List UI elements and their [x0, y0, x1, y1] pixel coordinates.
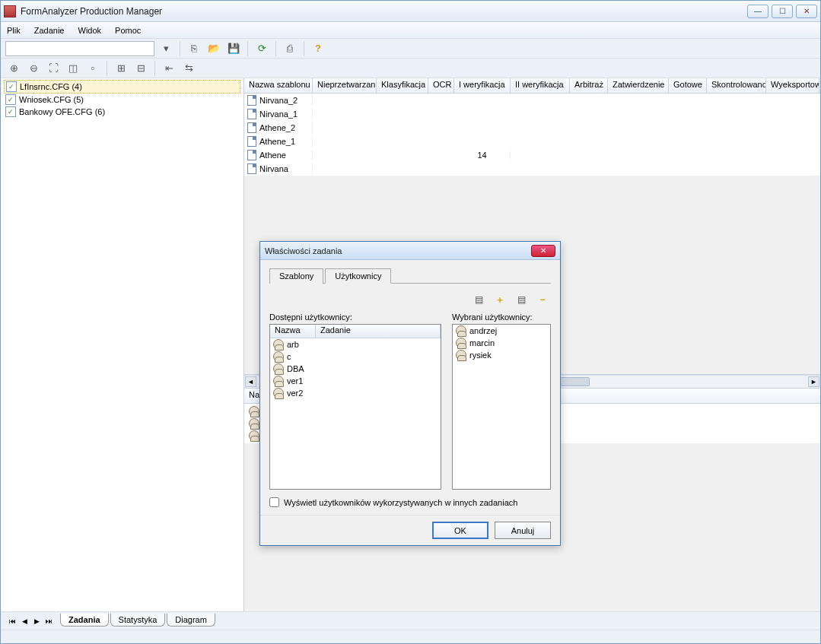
- user-name: DBA: [287, 364, 304, 373]
- scroll-right-button[interactable]: ►: [808, 376, 819, 387]
- list-item[interactable]: ver2: [270, 387, 441, 399]
- check-icon: ✓: [5, 94, 16, 105]
- column-header[interactable]: Nazwa szablonu: [244, 78, 313, 93]
- zoom-in-icon[interactable]: ⊕: [5, 60, 22, 77]
- show-used-checkbox[interactable]: [269, 497, 279, 507]
- user-icon: [456, 338, 466, 348]
- tab-stats[interactable]: Statystyka: [110, 614, 166, 627]
- dialog-close-button[interactable]: ✕: [531, 245, 555, 257]
- help-icon[interactable]: ?: [310, 40, 326, 57]
- list-item[interactable]: c: [270, 351, 441, 363]
- close-button[interactable]: ✕: [796, 5, 817, 18]
- list-item[interactable]: DBA: [270, 363, 441, 375]
- refresh-icon[interactable]: ⟳: [253, 40, 270, 57]
- distribute-icon[interactable]: ⇆: [180, 60, 197, 77]
- grid-body: Nirvana_2Nirvana_1Athene_2Athene_1Athene…: [244, 94, 820, 176]
- table-row[interactable]: Athene_2: [244, 121, 820, 135]
- tree-expand-icon[interactable]: ⊞: [113, 60, 129, 77]
- table-row[interactable]: Nirvana_2: [244, 94, 820, 107]
- user-icon: [249, 418, 259, 429]
- column-header[interactable]: Zatwierdzenie: [608, 78, 669, 93]
- menu-task[interactable]: Zadanie: [34, 26, 65, 35]
- col-name[interactable]: Nazwa: [270, 325, 316, 338]
- tree-item[interactable]: ✓Wniosek.CFG (5): [4, 94, 240, 106]
- minimize-button[interactable]: —: [747, 5, 768, 18]
- copy-icon[interactable]: ⎘: [186, 40, 202, 57]
- search-input[interactable]: [5, 41, 154, 56]
- table-row[interactable]: Athene_1: [244, 135, 820, 148]
- menubar: Plik Zadanie Widok Pomoc: [1, 22, 820, 39]
- column-header[interactable]: Wyeksportow: [766, 78, 819, 93]
- user-name: c: [287, 352, 291, 361]
- print-icon[interactable]: ⎙: [282, 40, 298, 57]
- column-header[interactable]: Klasyfikacja: [377, 78, 428, 93]
- app-title: FormAnalyzer Production Manager: [21, 6, 747, 17]
- selected-users-list[interactable]: andrzejmarcinrysiek: [452, 324, 551, 490]
- menu-view[interactable]: Widok: [78, 26, 102, 35]
- document-icon: [247, 95, 256, 106]
- tab-templates[interactable]: Szablony: [269, 268, 323, 284]
- column-header[interactable]: Nieprzetwarzane: [313, 78, 377, 93]
- ok-button[interactable]: OK: [432, 522, 488, 539]
- config-tree: ✓LfInsrnc.CFG (4)✓Wniosek.CFG (5)✓Bankow…: [1, 78, 243, 611]
- tree-item-label: LfInsrnc.CFG (4): [20, 82, 82, 91]
- user-name: rysiek: [469, 351, 492, 360]
- table-row[interactable]: Nirvana: [244, 162, 820, 176]
- document-icon: [247, 122, 256, 133]
- column-header[interactable]: Arbitraż: [570, 78, 608, 93]
- zoom-out-icon[interactable]: ⊖: [25, 60, 42, 77]
- dialog-toolbar: ▤ ＋ ▤ −: [269, 291, 551, 308]
- scroll-left-button[interactable]: ◄: [245, 376, 256, 387]
- align-icon[interactable]: ⇤: [161, 60, 177, 77]
- move-left-icon[interactable]: ▤: [513, 291, 530, 308]
- template-name: Athene_2: [259, 123, 295, 132]
- cancel-button[interactable]: Anuluj: [495, 522, 551, 539]
- tree-collapse-icon[interactable]: ⊟: [132, 60, 149, 77]
- list-item[interactable]: andrzej: [453, 325, 550, 337]
- fit-icon[interactable]: ⛶: [45, 60, 62, 77]
- tree-item-label: Bankowy OFE.CFG (6): [19, 107, 105, 116]
- sidebar: ✓LfInsrnc.CFG (4)✓Wniosek.CFG (5)✓Bankow…: [1, 78, 244, 611]
- nav-first-button[interactable]: ⏮: [7, 616, 18, 627]
- column-header[interactable]: Skontrolowano: [707, 78, 766, 93]
- list-item[interactable]: ver1: [270, 375, 441, 387]
- save-icon[interactable]: 💾: [225, 40, 242, 57]
- available-users-list[interactable]: Nazwa Zadanie arbcDBAver1ver2: [269, 324, 441, 490]
- nav-last-button[interactable]: ⏭: [43, 616, 54, 627]
- nav-prev-button[interactable]: ◀: [19, 616, 30, 627]
- column-header[interactable]: OCR: [428, 78, 454, 93]
- column-header[interactable]: II weryfikacja: [511, 78, 570, 93]
- list-item[interactable]: rysiek: [453, 349, 550, 361]
- column-header[interactable]: I weryfikacja: [454, 78, 511, 93]
- add-icon[interactable]: ＋: [492, 291, 508, 308]
- tree-item[interactable]: ✓LfInsrnc.CFG (4): [4, 80, 240, 94]
- main-window: FormAnalyzer Production Manager — ☐ ✕ Pl…: [0, 0, 821, 644]
- dropdown-button[interactable]: ▾: [158, 40, 174, 57]
- user-icon: [273, 339, 284, 350]
- nav-next-button[interactable]: ▶: [31, 616, 42, 627]
- user-icon: [249, 406, 259, 417]
- list-item[interactable]: marcin: [453, 337, 550, 349]
- user-icon: [456, 350, 466, 360]
- list-item[interactable]: arb: [270, 338, 441, 351]
- user-icon: [273, 351, 284, 362]
- col-task[interactable]: Zadanie: [316, 325, 441, 338]
- dialog-titlebar[interactable]: Właściwości zadania ✕: [260, 242, 560, 260]
- tree-item[interactable]: ✓Bankowy OFE.CFG (6): [4, 106, 240, 118]
- tab-diagram[interactable]: Diagram: [167, 614, 215, 627]
- user-name: arb: [287, 340, 299, 349]
- remove-icon[interactable]: −: [534, 291, 551, 308]
- table-row[interactable]: Nirvana_1: [244, 107, 820, 121]
- open-folder-icon[interactable]: 📂: [205, 40, 222, 57]
- small-square-icon[interactable]: ▫: [84, 60, 101, 77]
- tab-tasks[interactable]: Zadania: [60, 614, 109, 627]
- tab-users[interactable]: Użytkownicy: [325, 268, 391, 284]
- menu-file[interactable]: Plik: [7, 26, 21, 35]
- move-right-icon[interactable]: ▤: [470, 291, 487, 308]
- column-header[interactable]: Gotowe: [669, 78, 707, 93]
- table-row[interactable]: Athene14: [244, 148, 820, 162]
- menu-help[interactable]: Pomoc: [115, 26, 141, 35]
- check-icon: ✓: [6, 81, 17, 92]
- maximize-button[interactable]: ☐: [772, 5, 793, 18]
- arrange-icon[interactable]: ◫: [65, 60, 81, 77]
